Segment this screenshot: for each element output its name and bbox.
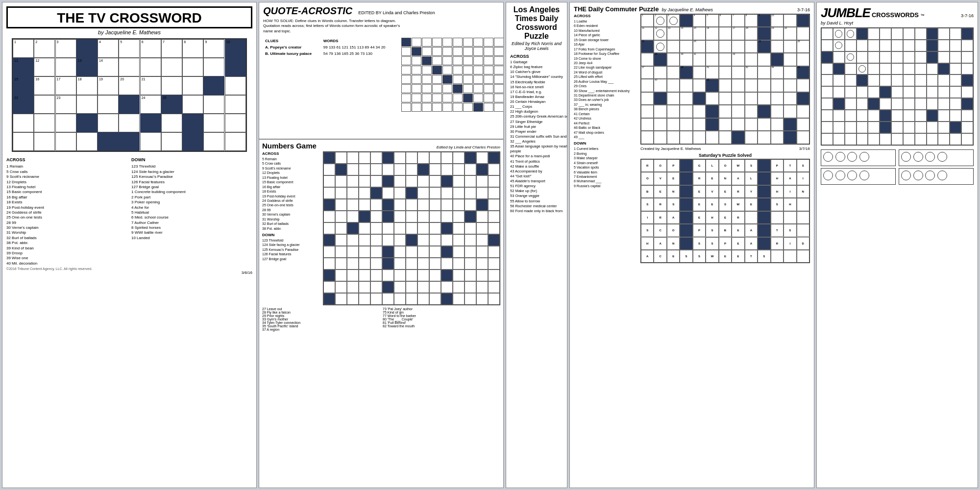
commuter-solved-cell-5: L	[706, 159, 718, 172]
jumble-cell-92	[833, 110, 845, 122]
commuter-solved-cell-74	[758, 224, 770, 237]
ng-cell-56	[453, 187, 465, 199]
ng-extra-down-clue: 81 'Full Behind'	[383, 321, 500, 324]
commuter-cell-104	[641, 118, 654, 131]
ng-cell-73	[476, 199, 488, 211]
commuter-solved-cell-53: R	[654, 211, 666, 224]
commuter-solved-cell-24: A	[784, 172, 796, 185]
tv-across-clue: 39 Kind of bean	[6, 246, 127, 251]
ng-cell-85	[441, 211, 453, 222]
ng-extra-across-clue: 35 'South Pacific' island	[262, 324, 380, 328]
commuter-cell-84	[719, 92, 732, 105]
qa-cell-28	[484, 56, 493, 65]
commuter-cell-6: 6	[719, 14, 732, 27]
ng-cell-30	[323, 175, 335, 187]
commuter-solved-cell-68	[680, 224, 692, 237]
ng-cell-75	[323, 211, 335, 222]
ng-cell-55	[441, 187, 453, 199]
tv-cell-4: 4	[98, 39, 119, 58]
qa-cell-77	[473, 103, 483, 112]
tv-cell-37	[98, 95, 119, 114]
jumble-cell-38	[961, 51, 973, 63]
jumble-cell-72	[903, 86, 915, 98]
jumble-cell-81	[857, 98, 868, 110]
ng-cell-62	[347, 199, 359, 211]
ng-cell-66	[394, 199, 406, 211]
ng-cell-44	[488, 175, 500, 187]
ng-cell-23	[417, 164, 429, 175]
commuter-across-clue: 10 Manufactured	[574, 28, 637, 33]
jumble-cell-14	[833, 40, 845, 51]
la-across-clue: 42 Make a souffle	[510, 164, 567, 169]
jumble-cell-118	[833, 133, 845, 145]
jumble-cell-127	[938, 133, 950, 145]
jumble-cell-22	[927, 40, 938, 51]
commuter-cell-31	[706, 40, 718, 53]
tv-down-clue: 10 Landed	[131, 236, 252, 241]
commuter-down-clue: 9 Russia's capital	[574, 184, 637, 188]
commuter-solved-cell-18: E	[706, 172, 718, 185]
commuter-cell-0: 1	[641, 14, 654, 27]
commuter-down-clue: 1 Current letters	[574, 147, 637, 151]
tv-down-clue: 1 Concrete building component	[131, 190, 252, 195]
commuter-cell-103	[797, 105, 809, 118]
commuter-solved-cell-26: B	[641, 185, 654, 198]
ng-cell-166	[335, 281, 347, 293]
ng-cell-159	[429, 270, 441, 281]
jumble-subtitle: CROSSWORDS	[872, 11, 919, 19]
qa-cell-16	[463, 47, 473, 56]
commuter-solved-cell-78: H	[641, 237, 654, 250]
quote-acrostic-section: QUOTE-ACROSTIC EDITED BY Linda and Charl…	[259, 2, 503, 140]
ng-cell-149	[488, 258, 500, 270]
commuter-cell-40: 29	[654, 53, 666, 66]
ng-cell-193	[476, 293, 488, 305]
commuter-cell-26: 22	[641, 40, 654, 53]
jumble-cell-4	[868, 28, 880, 40]
ng-cell-194	[488, 293, 500, 305]
commuter-cell-115	[784, 118, 796, 131]
ng-cell-17	[347, 164, 359, 175]
jumble-header: JUMBLE CROSSWORDS ™ by David L. Hoyt 3-7…	[821, 5, 974, 25]
ng-cell-135	[323, 258, 335, 270]
commuter-cell-111	[732, 118, 744, 131]
ng-cell-109	[370, 234, 382, 246]
qa-cell-51	[412, 84, 421, 93]
ng-cell-169	[370, 281, 382, 293]
ng-cell-27	[465, 164, 476, 175]
ng-cell-144	[429, 258, 441, 270]
ng-down-clue: 126 Facial features	[262, 252, 321, 256]
ng-cell-52	[406, 187, 417, 199]
qa-cell-73	[432, 103, 442, 112]
ng-cell-11	[453, 152, 465, 164]
ng-cell-113	[417, 234, 429, 246]
ng-cell-12	[465, 152, 476, 164]
qa-instructions: HOW TO SOLVE: Define clues in Words colu…	[263, 19, 410, 34]
tv-cell-30	[182, 76, 203, 95]
commuter-cell-93	[667, 105, 680, 118]
ng-cell-69	[429, 199, 441, 211]
commuter-solved-cell-73: A	[745, 224, 758, 237]
tv-cell-44	[13, 114, 34, 132]
jumble-cell-114	[938, 122, 950, 133]
tv-cell-34	[34, 95, 55, 114]
commuter-cell-68	[680, 79, 692, 92]
qa-cell-10	[401, 47, 411, 56]
commuter-cell-105	[654, 118, 666, 131]
la-across-clue: 60 Ford made only in black from	[510, 209, 567, 214]
commuter-cell-22	[758, 27, 770, 40]
commuter-cell-126	[758, 131, 770, 144]
commuter-across-clue: 49 ___	[574, 135, 637, 139]
commuter-cell-114	[771, 118, 784, 131]
tv-cell-7: 7	[161, 39, 182, 58]
commuter-solved-cell-49: S	[771, 198, 784, 211]
ng-cell-122	[347, 246, 359, 258]
jumble-cell-62	[938, 74, 950, 86]
ng-cell-188	[417, 293, 429, 305]
commuter-solved-cell-56: E	[693, 211, 706, 224]
commuter-solved-cell-39: S	[641, 198, 654, 211]
qa-title: QUOTE-ACROSTIC	[263, 5, 352, 17]
commuter-cell-119	[667, 131, 680, 144]
commuter-solved-cell-79: A	[654, 237, 666, 250]
ng-cell-171	[394, 281, 406, 293]
commuter-solved-cell-33: R	[732, 185, 744, 198]
